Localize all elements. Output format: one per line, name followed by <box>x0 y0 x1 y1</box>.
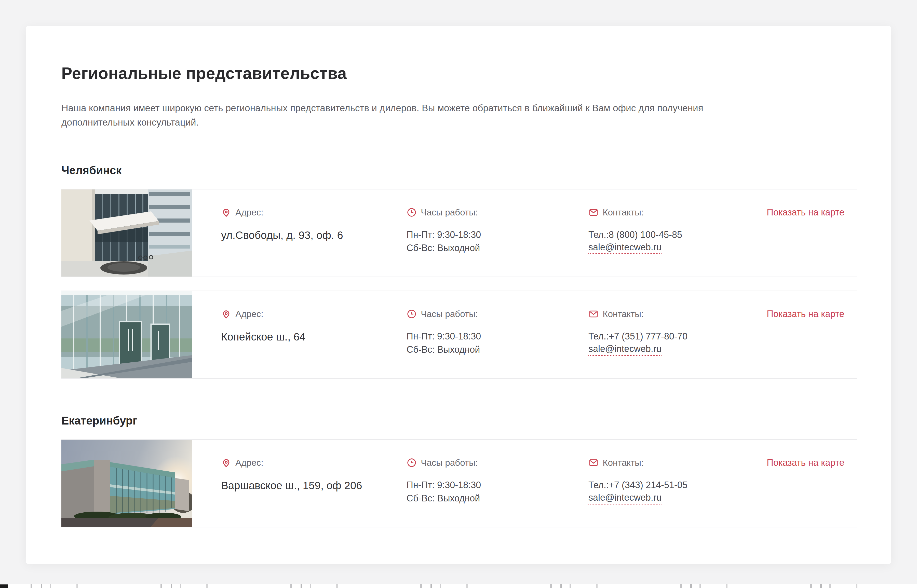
office-row: Адрес: ул.Свободы, д. 93, оф. 6 Часы раб… <box>61 189 857 277</box>
office-photo <box>61 189 192 276</box>
hours-weekdays: Пн-Пт: 9:30-18:30 <box>406 228 589 241</box>
office-entrance-photo <box>61 189 192 276</box>
hours-values: Пн-Пт: 9:30-18:30 Сб-Вс: Выходной <box>406 478 589 505</box>
address-label-row: Адрес: <box>221 309 406 320</box>
email-link[interactable]: sale@intecweb.ru <box>589 343 661 356</box>
contacts-label-row: Контакты: <box>589 457 767 468</box>
contacts-column: Контакты: Тел.:8 (800) 100-45-85 sale@in… <box>589 207 767 276</box>
address-label: Адрес: <box>235 207 264 218</box>
hours-label: Часы работы: <box>421 458 478 468</box>
hours-weekdays: Пн-Пт: 9:30-18:30 <box>406 330 589 343</box>
email-link[interactable]: sale@intecweb.ru <box>589 241 661 254</box>
office-photo <box>61 440 192 527</box>
location-pin-icon <box>221 309 231 319</box>
hours-column: Часы работы: Пн-Пт: 9:30-18:30 Сб-Вс: Вы… <box>406 457 589 527</box>
intro-text: Наша компания имеет широкую сеть региона… <box>61 101 857 129</box>
hours-label: Часы работы: <box>421 207 478 218</box>
show-on-map-link[interactable]: Показать на карте <box>767 207 844 218</box>
phone-value: Тел.:+7 (343) 214-51-05 <box>589 478 767 492</box>
intro-line-2: дополнительных консультаций. <box>61 115 857 129</box>
address-value: ул.Свободы, д. 93, оф. 6 <box>221 229 406 241</box>
address-label: Адрес: <box>235 458 264 468</box>
contacts-values: Тел.:+7 (351) 777-80-70 sale@intecweb.ru <box>589 330 767 356</box>
sunset-building-photo <box>61 440 192 527</box>
address-label: Адрес: <box>235 309 264 319</box>
address-column: Адрес: Варшавское ш., 159, оф 206 <box>221 457 406 527</box>
page-title: Региональные представительства <box>61 64 857 83</box>
address-column: Адрес: Копейское ш., 64 <box>221 309 406 378</box>
contacts-label-row: Контакты: <box>589 309 767 320</box>
email-link[interactable]: sale@intecweb.ru <box>589 492 661 504</box>
glass-facade-photo <box>61 291 192 378</box>
hours-weekend: Сб-Вс: Выходной <box>406 343 589 356</box>
clock-icon <box>406 458 417 468</box>
hours-label-row: Часы работы: <box>406 309 589 320</box>
envelope-icon <box>589 458 598 468</box>
hours-label-row: Часы работы: <box>406 457 589 468</box>
address-label-row: Адрес: <box>221 457 406 468</box>
contacts-label: Контакты: <box>603 207 644 218</box>
hours-values: Пн-Пт: 9:30-18:30 Сб-Вс: Выходной <box>406 228 589 255</box>
office-photo <box>61 291 192 378</box>
hours-label-row: Часы работы: <box>406 207 589 218</box>
office-details: Адрес: Варшавское ш., 159, оф 206 Часы р… <box>192 440 866 527</box>
office-row: Адрес: Копейское ш., 64 Часы работы: Пн-… <box>61 291 857 379</box>
hours-values: Пн-Пт: 9:30-18:30 Сб-Вс: Выходной <box>406 330 589 356</box>
hours-weekdays: Пн-Пт: 9:30-18:30 <box>406 478 589 492</box>
intro-line-1: Наша компания имеет широкую сеть региона… <box>61 101 857 115</box>
office-details: Адрес: Копейское ш., 64 Часы работы: Пн-… <box>192 291 866 378</box>
contacts-label-row: Контакты: <box>589 207 767 218</box>
clock-icon <box>406 309 417 319</box>
envelope-icon <box>589 207 598 218</box>
phone-value: Тел.:+7 (351) 777-80-70 <box>589 330 767 343</box>
phone-value: Тел.:8 (800) 100-45-85 <box>589 228 767 241</box>
cut-off-next-section-strip <box>0 584 917 588</box>
bottom-left-corner-mark <box>0 585 8 588</box>
envelope-icon <box>589 309 598 319</box>
office-row: Адрес: Варшавское ш., 159, оф 206 Часы р… <box>61 439 857 527</box>
city-heading-ekaterinburg: Екатеринбург <box>61 414 857 427</box>
contacts-values: Тел.:8 (800) 100-45-85 sale@intecweb.ru <box>589 228 767 254</box>
contacts-column: Контакты: Тел.:+7 (351) 777-80-70 sale@i… <box>589 309 767 378</box>
contacts-column: Контакты: Тел.:+7 (343) 214-51-05 sale@i… <box>589 457 767 527</box>
address-column: Адрес: ул.Свободы, д. 93, оф. 6 <box>221 207 406 276</box>
office-details: Адрес: ул.Свободы, д. 93, оф. 6 Часы раб… <box>192 189 866 276</box>
hours-column: Часы работы: Пн-Пт: 9:30-18:30 Сб-Вс: Вы… <box>406 309 589 378</box>
show-on-map-link[interactable]: Показать на карте <box>767 309 844 319</box>
show-on-map-link[interactable]: Показать на карте <box>767 457 844 468</box>
location-pin-icon <box>221 458 231 468</box>
hours-weekend: Сб-Вс: Выходной <box>406 492 589 505</box>
hours-column: Часы работы: Пн-Пт: 9:30-18:30 Сб-Вс: Вы… <box>406 207 589 276</box>
map-link-column: Показать на карте <box>767 207 866 276</box>
location-pin-icon <box>221 207 231 218</box>
clock-icon <box>406 207 417 218</box>
contacts-label: Контакты: <box>603 458 644 468</box>
regional-offices-card: Региональные представительства Наша комп… <box>26 26 891 564</box>
address-value: Варшавское ш., 159, оф 206 <box>221 480 406 492</box>
address-value: Копейское ш., 64 <box>221 331 406 343</box>
map-link-column: Показать на карте <box>767 309 866 378</box>
map-link-column: Показать на карте <box>767 457 866 527</box>
contacts-values: Тел.:+7 (343) 214-51-05 sale@intecweb.ru <box>589 478 767 504</box>
contacts-label: Контакты: <box>603 309 644 319</box>
city-heading-chelyabinsk: Челябинск <box>61 164 857 177</box>
hours-label: Часы работы: <box>421 309 478 319</box>
hours-weekend: Сб-Вс: Выходной <box>406 241 589 255</box>
address-label-row: Адрес: <box>221 207 406 218</box>
